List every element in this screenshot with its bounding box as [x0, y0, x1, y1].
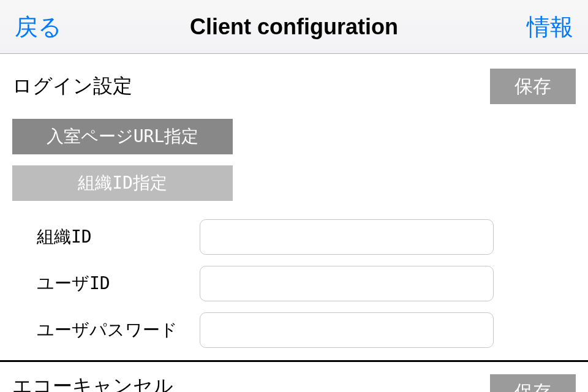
back-button[interactable]: 戻る — [15, 11, 62, 42]
content-area: ログイン設定 保存 入室ページURL指定 組織ID指定 組織ID ユーザID ユ… — [0, 54, 588, 392]
user-id-row: ユーザID — [37, 266, 576, 301]
echo-save-button[interactable]: 保存 — [490, 374, 576, 392]
page-title: Client configuration — [190, 14, 398, 40]
echo-section-header: エコーキャンセル 保存 — [12, 362, 576, 392]
login-section-header: ログイン設定 保存 — [12, 54, 576, 114]
tab-org-id[interactable]: 組織ID指定 — [12, 165, 233, 201]
password-row: ユーザパスワード — [37, 312, 576, 348]
org-id-input[interactable] — [200, 219, 494, 255]
user-id-label: ユーザID — [37, 272, 200, 295]
password-label: ユーザパスワード — [37, 318, 200, 342]
org-id-row: 組織ID — [37, 219, 576, 255]
login-form: 組織ID ユーザID ユーザパスワード — [12, 219, 576, 348]
login-save-button[interactable]: 保存 — [490, 69, 576, 104]
password-input[interactable] — [200, 312, 494, 348]
tab-url-entry[interactable]: 入室ページURL指定 — [12, 119, 233, 154]
user-id-input[interactable] — [200, 266, 494, 301]
echo-section-title: エコーキャンセル — [12, 373, 173, 392]
navbar: 戻る Client configuration 情報 — [0, 0, 588, 54]
org-id-label: 組織ID — [37, 225, 200, 249]
info-button[interactable]: 情報 — [527, 11, 573, 42]
login-section-title: ログイン設定 — [12, 73, 132, 100]
login-mode-tabs: 入室ページURL指定 組織ID指定 — [12, 119, 576, 201]
